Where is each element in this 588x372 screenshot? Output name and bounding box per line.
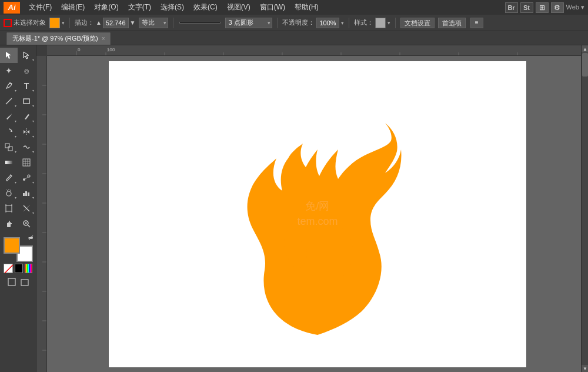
rotate-tool[interactable]: ▾ [0,124,18,140]
svg-line-27 [28,225,30,227]
preferences-button[interactable]: 首选项 [438,18,466,28]
svg-rect-6 [8,147,12,151]
scroll-up-arrow[interactable]: ▲ [582,45,588,52]
tool-row-3: ▾ T ▾ [0,78,36,94]
sync-icon[interactable]: ⚙ [551,2,564,13]
black-box[interactable] [15,264,23,273]
svg-rect-18 [28,192,29,196]
stroke-down-arrow[interactable]: ▼ [130,19,136,26]
lasso-tool[interactable]: ⌾ [18,63,35,78]
menu-file[interactable]: 文件(F) [25,1,56,14]
direct-select-tool[interactable]: ▾ [18,48,35,63]
workspace-icon[interactable]: ⊞ [536,2,549,13]
fill-swatch[interactable] [49,18,60,28]
reflect-tool[interactable]: ▾ [18,124,35,140]
divider-2 [173,18,173,28]
none-box[interactable] [4,264,13,273]
pencil-tool[interactable]: ▾ [18,109,35,124]
menu-effect[interactable]: 效果(C) [189,1,222,14]
pen-tool[interactable]: ▾ [0,78,18,94]
main-area: ▾ ✦ ⌾ ▾ T ▾ ▾ [0,45,588,372]
bridge-icon[interactable]: Br [505,2,518,13]
vertical-ruler [36,56,47,372]
zoom-tool[interactable] [18,216,35,231]
screen-mode-normal[interactable] [6,277,17,287]
stroke-up-arrow[interactable]: ▲ [96,19,102,26]
hand-tool[interactable] [0,216,18,231]
scroll-thumb[interactable] [582,53,588,77]
type-tool[interactable]: T ▾ [18,78,35,94]
tab-close-button[interactable]: × [102,35,105,42]
opacity-input[interactable]: 100% [316,18,339,28]
tab-bar: 无标题-1* @ 97% (RGB/预览) × [0,31,588,45]
menu-text[interactable]: 文字(T) [124,1,155,14]
gradient-tool[interactable] [0,155,18,170]
fill-box[interactable] [4,237,20,254]
menu-object[interactable]: 对象(O) [90,1,122,14]
arrange-icon[interactable]: ≡ [470,18,483,28]
opacity-label: 不透明度： [282,18,315,27]
scroll-track[interactable] [582,52,588,365]
menu-edit[interactable]: 编辑(E) [57,1,89,14]
app-logo: Ai [4,2,20,14]
scroll-down-arrow[interactable]: ▼ [582,365,588,372]
tool-row-5: ▾ ▾ [0,109,36,124]
style-swatch[interactable] [375,18,386,28]
tool-row-12 [0,216,36,231]
color-section: ↙ ⇌ [0,235,36,273]
color-box[interactable] [25,264,33,273]
magic-wand-tool[interactable]: ✦ [0,63,18,78]
fill-control[interactable]: ▾ [49,18,65,28]
symbol-sprayer-tool[interactable]: ▾ [0,185,18,201]
paintbrush-tool[interactable]: ▾ [0,109,18,124]
web-label[interactable]: Web ▾ [566,4,584,11]
svg-rect-2 [24,99,29,104]
menu-window[interactable]: 窗口(W) [256,1,289,14]
stroke-preview [179,22,220,24]
scale-tool[interactable]: ▾ [0,140,18,155]
doc-settings-button[interactable]: 文档设置 [400,18,435,28]
swap-colors-icon[interactable]: ⇌ [28,235,33,241]
tool-row-9: ▾ ▾ [0,170,36,185]
blend-tool[interactable]: ▾ [18,170,35,185]
no-selection-indicator: 未选择对象 [4,18,46,27]
menu-bar: 文件(F) 编辑(E) 对象(O) 文字(T) 选择(S) 效果(C) 视图(V… [25,1,500,14]
tool-row-6: ▾ ▾ [0,124,36,140]
column-graph-tool[interactable]: ▾ [18,185,35,201]
menu-view[interactable]: 视图(V) [223,1,255,14]
slice-tool[interactable]: ▾ [18,201,35,216]
svg-rect-19 [6,205,12,211]
control-bar: 未选择对象 ▾ 描边： ▲ 52.746 ▼ 等比 3 点圆形 不透明度： 10… [0,15,588,31]
stroke-label: 描边： [75,18,94,27]
mesh-tool[interactable] [18,155,35,170]
divider-3 [277,18,278,28]
tool-row-8 [0,155,36,170]
rectangle-tool[interactable]: ▾ [18,94,35,109]
opacity-dropdown-arrow: ▾ [341,20,344,26]
line-tool[interactable]: ▾ [0,94,18,109]
eyedropper-tool[interactable]: ▾ [0,170,18,185]
svg-rect-31 [8,278,15,285]
warp-tool[interactable]: ▾ [18,140,35,155]
stock-icon[interactable]: St [520,2,533,13]
svg-rect-5 [5,144,9,148]
document-tab[interactable]: 无标题-1* @ 97% (RGB/预览) × [6,32,111,45]
svg-rect-33 [47,45,588,56]
stroke-color-icon [4,19,12,27]
menu-help[interactable]: 帮助(H) [290,1,323,14]
style-dropdown-arrow: ▾ [387,20,390,26]
menu-select[interactable]: 选择(S) [156,1,188,14]
screen-mode-full[interactable] [19,277,30,287]
ruler-corner [36,45,47,56]
tool-row-4: ▾ ▾ [0,94,36,109]
artboard-tool[interactable] [0,201,18,216]
svg-line-30 [5,265,13,273]
fill-stroke-boxes: ↙ ⇌ [4,235,33,262]
stroke-proportion-dropdown[interactable]: 等比 [139,18,168,28]
stroke-size-input[interactable]: 52.746 [103,18,129,28]
divider-4 [349,18,349,28]
vertical-scrollbar[interactable]: ▲ ▼ [581,45,588,372]
opacity-control: 不透明度： 100% ▾ [282,18,343,28]
select-tool[interactable] [0,48,18,63]
stroke-style-dropdown[interactable]: 3 点圆形 [225,18,272,28]
